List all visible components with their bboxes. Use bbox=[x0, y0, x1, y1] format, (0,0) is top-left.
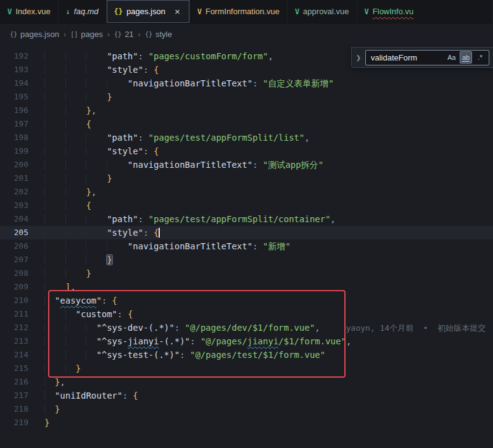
code-line-208[interactable]: 208 } bbox=[0, 267, 493, 280]
vue-icon: V bbox=[365, 7, 369, 16]
code-token: , bbox=[346, 336, 351, 346]
code-line-199[interactable]: 199 "style": { bbox=[0, 144, 493, 158]
code-token: { bbox=[128, 309, 133, 319]
line-number: 197 bbox=[0, 117, 28, 131]
code-token: : bbox=[143, 228, 154, 238]
line-number: 200 bbox=[0, 158, 28, 172]
indent bbox=[44, 92, 107, 102]
find-input[interactable] bbox=[371, 53, 444, 62]
code-line-209[interactable]: 209 ], bbox=[0, 280, 493, 294]
code-token: "测试app拆分" bbox=[263, 160, 323, 170]
code-content: } bbox=[28, 402, 493, 416]
editor: 192 "path": "pages/customForm/form",193 … bbox=[0, 44, 493, 448]
code-token: "pages/customForm/form" bbox=[149, 51, 268, 61]
code-line-211[interactable]: 211 "custom": { bbox=[0, 307, 493, 321]
line-number: 198 bbox=[0, 131, 28, 144]
indent bbox=[44, 228, 107, 238]
code-line-206[interactable]: 206 "navigationBarTitleText": "新增" bbox=[0, 239, 493, 253]
breadcrumb: {}pages.json›[]pages›{}21›{}style bbox=[0, 23, 493, 44]
indent bbox=[44, 201, 86, 210]
code-token: { bbox=[86, 119, 91, 129]
code-token: "^sys-dev-(.*)" bbox=[96, 323, 174, 333]
tab-pages-json[interactable]: {}pages.json× bbox=[107, 0, 190, 23]
match-case-toggle[interactable]: Aa bbox=[445, 51, 458, 64]
code-line-195[interactable]: 195 } bbox=[0, 90, 493, 104]
code-token: "新增" bbox=[263, 241, 291, 251]
code-line-202[interactable]: 202 }, bbox=[0, 185, 493, 199]
code-content: "^sys-jianyi-(.*)": "@/pages/jianyi/$1/f… bbox=[28, 334, 493, 348]
tab-label: FormInformation.vue bbox=[205, 7, 280, 16]
code-content: }, bbox=[28, 375, 493, 389]
code-content: "path": "pages/test/appFormSplit/contain… bbox=[28, 212, 493, 226]
line-number: 194 bbox=[0, 77, 28, 90]
code-line-215[interactable]: 215 } bbox=[0, 362, 493, 375]
code-line-196[interactable]: 196 }, bbox=[0, 104, 493, 117]
breadcrumb-item-pages[interactable]: []pages bbox=[70, 30, 102, 39]
code-line-204[interactable]: 204 "path": "pages/test/appFormSplit/con… bbox=[0, 212, 493, 226]
tab-faq-md[interactable]: ↓faq.md bbox=[59, 0, 107, 23]
code-line-219[interactable]: 219} bbox=[0, 416, 493, 429]
code-token: "style" bbox=[107, 228, 143, 238]
close-icon[interactable]: × bbox=[173, 6, 182, 17]
find-input-box: Aa ab .* bbox=[365, 50, 489, 65]
find-widget: ❯ Aa ab .* bbox=[351, 47, 493, 68]
code-line-207[interactable]: 207 } bbox=[0, 253, 493, 267]
code-content: } bbox=[28, 362, 493, 375]
indent bbox=[44, 214, 107, 224]
line-number: 202 bbox=[0, 185, 28, 199]
code-token: } bbox=[86, 268, 91, 278]
code-line-216[interactable]: 216 }, bbox=[0, 375, 493, 389]
code-line-210[interactable]: 210 "easycom": { bbox=[0, 294, 493, 307]
code-token: easycom bbox=[60, 296, 96, 305]
code-content: } bbox=[28, 172, 493, 185]
array-icon: [] bbox=[70, 31, 78, 38]
line-number: 212 bbox=[0, 321, 28, 334]
tab-forminformation-vue[interactable]: VFormInformation.vue bbox=[190, 0, 288, 23]
indent bbox=[44, 146, 107, 156]
code-content: "uniIdRouter": { bbox=[28, 389, 493, 402]
line-number: 204 bbox=[0, 212, 28, 226]
code-line-194[interactable]: 194 "navigationBarTitleText": "自定义表单新增" bbox=[0, 77, 493, 90]
code-token: , bbox=[315, 323, 320, 333]
code-line-205[interactable]: 205 "style": { bbox=[0, 226, 493, 239]
code-token: { bbox=[86, 201, 91, 210]
git-blame-annotation: yaoyn, 14个月前 • 初始版本提交 bbox=[346, 323, 486, 333]
breadcrumb-item-style[interactable]: {}style bbox=[145, 30, 172, 39]
code-token: , bbox=[304, 133, 309, 143]
indent bbox=[44, 255, 107, 265]
code-line-214[interactable]: 214 "^sys-test-(.*)": "@/pages/test/$1/f… bbox=[0, 348, 493, 362]
code-token: , bbox=[60, 377, 65, 387]
code-line-203[interactable]: 203 { bbox=[0, 199, 493, 212]
code-line-197[interactable]: 197 { bbox=[0, 117, 493, 131]
vue-icon: V bbox=[197, 7, 202, 16]
line-number: 208 bbox=[0, 267, 28, 280]
code-token: } bbox=[107, 255, 112, 265]
breadcrumb-item-pages.json[interactable]: {}pages.json bbox=[10, 30, 59, 39]
code-token: "path" bbox=[107, 214, 138, 224]
tab-approval-vue[interactable]: Vapproval.vue bbox=[288, 0, 357, 23]
code-token: } bbox=[107, 92, 112, 102]
code-line-198[interactable]: 198 "path": "pages/test/appFormSplit/lis… bbox=[0, 131, 493, 144]
code-line-212[interactable]: 212 "^sys-dev-(.*)": "@/pages/dev/$1/for… bbox=[0, 321, 493, 334]
breadcrumb-item-21[interactable]: {}21 bbox=[114, 30, 134, 39]
tab-index-vue[interactable]: VIndex.vue bbox=[0, 0, 59, 23]
tab-label: pages.json bbox=[126, 7, 165, 16]
indent bbox=[44, 363, 76, 373]
code-token: "^sys- bbox=[96, 336, 128, 346]
code-line-201[interactable]: 201 } bbox=[0, 172, 493, 185]
indent bbox=[44, 391, 55, 400]
code-line-213[interactable]: 213 "^sys-jianyi-(.*)": "@/pages/jianyi/… bbox=[0, 334, 493, 348]
code-token: "navigationBarTitleText" bbox=[128, 241, 252, 251]
indent bbox=[44, 296, 55, 305]
code-line-217[interactable]: 217 "uniIdRouter": { bbox=[0, 389, 493, 402]
whole-word-toggle[interactable]: ab bbox=[460, 51, 472, 64]
tab-flowinfo-vu[interactable]: VFlowInfo.vu bbox=[357, 0, 493, 23]
breadcrumb-label: pages bbox=[81, 30, 102, 39]
code-line-218[interactable]: 218 } bbox=[0, 402, 493, 416]
code-content: "custom": { bbox=[28, 307, 493, 321]
chevron-right-icon[interactable]: ❯ bbox=[352, 54, 365, 61]
code-token: } bbox=[86, 106, 91, 115]
code-line-200[interactable]: 200 "navigationBarTitleText": "测试app拆分" bbox=[0, 158, 493, 172]
regex-toggle[interactable]: .* bbox=[474, 51, 486, 64]
code-token: } bbox=[44, 418, 49, 428]
